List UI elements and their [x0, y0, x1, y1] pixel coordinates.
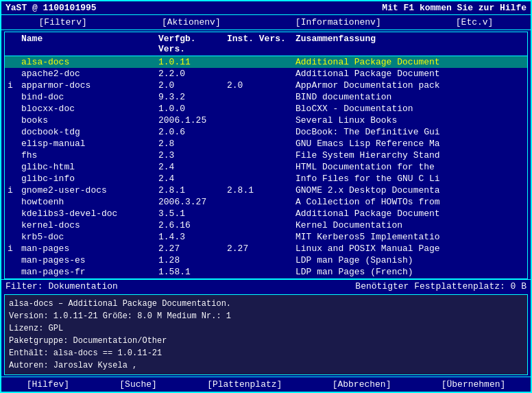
row-avail: 2.27 — [156, 243, 224, 254]
row-summary: MIT Kerberos5 Implementatio — [293, 231, 527, 243]
row-inst — [224, 266, 293, 278]
row-name: man-pages — [19, 243, 156, 254]
etc-menu[interactable]: [Etc.v] — [450, 16, 499, 28]
row-summary: DocBook: The Definitive Gui — [293, 126, 527, 138]
table-row[interactable]: apache2-doc2.2.0Additional Package Docum… — [5, 68, 527, 80]
table-row[interactable]: iapparmor-docs2.02.0AppArmor Documentati… — [5, 80, 527, 91]
row-inst — [224, 150, 293, 161]
table-row[interactable]: man-pages-it0.3.0LDP man Pages (Italian) — [5, 278, 527, 278]
row-inst — [224, 278, 293, 278]
row-name: apache2-doc — [19, 68, 156, 80]
table-row[interactable]: blocxx-doc1.0.0BloCXX - Documentation — [5, 103, 527, 115]
package-table: Name Verfgb. Vers. Inst. Vers. Zusammenf… — [4, 32, 528, 279]
row-flag — [5, 173, 19, 184]
row-avail: 0.3.0 — [156, 278, 224, 278]
row-flag — [5, 161, 19, 173]
row-avail: 1.58.1 — [156, 266, 224, 278]
table-row[interactable]: man-pages-fr1.58.1LDP man Pages (French) — [5, 266, 527, 278]
row-avail: 2.6.16 — [156, 219, 224, 231]
table-row[interactable]: ignome2-user-docs2.8.12.8.1GNOME 2.x Des… — [5, 184, 527, 196]
row-flag — [5, 68, 19, 80]
row-avail: 2.8 — [156, 138, 224, 150]
row-summary: BIND documentation — [293, 91, 527, 103]
row-avail: 1.4.3 — [156, 231, 224, 243]
row-inst — [224, 196, 293, 208]
action-menu[interactable]: [Aktionenv] — [156, 16, 226, 28]
cancel-btn[interactable]: [Abbrechen] — [327, 379, 397, 390]
row-name: apparmor-docs — [19, 80, 156, 91]
row-flag — [5, 208, 19, 219]
table-row[interactable]: alsa-docs1.0.11Additional Package Docume… — [5, 56, 527, 68]
table-row[interactable]: man-pages-es1.28LDP man Page (Spanish) — [5, 254, 527, 266]
row-avail: 1.0.11 — [156, 56, 224, 68]
row-flag — [5, 231, 19, 243]
help-btn[interactable]: [Hilfev] — [21, 379, 75, 390]
table-row[interactable]: kernel-docs2.6.16Kernel Documentation — [5, 219, 527, 231]
row-name: elisp-manual — [19, 138, 156, 150]
filter-menu[interactable]: [Filterv] — [34, 16, 93, 28]
row-summary: Kernel Documentation — [293, 219, 527, 231]
row-summary: LDP man Pages (Italian) — [293, 278, 527, 278]
row-summary: File System Hierarchy Stand — [293, 150, 527, 161]
table-row[interactable]: bind-doc9.3.2BIND documentation — [5, 91, 527, 103]
table-row[interactable]: iman-pages2.272.27Linux and POSIX Manual… — [5, 243, 527, 254]
row-summary: Additional Package Document — [293, 208, 527, 219]
table-row[interactable]: glibc-info2.4Info Files for the GNU C Li — [5, 173, 527, 184]
filter-status: Filter: Dokumentation — [5, 281, 118, 291]
row-summary: AppArmor Documentation pack — [293, 80, 527, 91]
row-inst — [224, 173, 293, 184]
row-name: gnome2-user-docs — [19, 184, 156, 196]
row-avail: 2.0 — [156, 80, 224, 91]
information-menu[interactable]: [Informationenv] — [290, 16, 387, 28]
row-inst — [224, 126, 293, 138]
row-summary: Info Files for the GNU C Li — [293, 173, 527, 184]
table-row[interactable]: books2006.1.25Several Linux Books — [5, 115, 527, 126]
row-summary: LDP man Page (Spanish) — [293, 254, 527, 266]
row-summary: Additional Package Document — [293, 68, 527, 80]
row-flag — [5, 266, 19, 278]
row-flag — [5, 126, 19, 138]
table-row[interactable]: docbook-tdg2.0.6DocBook: The Definitive … — [5, 126, 527, 138]
row-inst — [224, 219, 293, 231]
flag-header — [5, 32, 19, 56]
table-row[interactable]: elisp-manual2.8GNU Emacs Lisp Reference … — [5, 138, 527, 150]
row-name: kernel-docs — [19, 219, 156, 231]
status-bar: Filter: Dokumentation Benötigter Festpla… — [1, 279, 531, 293]
row-avail: 2.2.0 — [156, 68, 224, 80]
row-name: kdelibs3-devel-doc — [19, 208, 156, 219]
table-row[interactable]: glibc-html2.4HTML Documentation for the — [5, 161, 527, 173]
summary-header: Zusammenfassung — [293, 32, 527, 56]
row-summary: Additional Package Document — [293, 56, 527, 68]
info-line: Paketgruppe: Documentation/Other — [9, 335, 523, 347]
row-summary: BloCXX - Documentation — [293, 103, 527, 115]
row-summary: GNOME 2.x Desktop Documenta — [293, 184, 527, 196]
row-avail: 9.3.2 — [156, 91, 224, 103]
row-flag — [5, 56, 19, 68]
table-row[interactable]: fhs2.3File System Hierarchy Stand — [5, 150, 527, 161]
table-header-row: Name Verfgb. Vers. Inst. Vers. Zusammenf… — [5, 32, 527, 56]
row-name: blocxx-doc — [19, 103, 156, 115]
row-flag — [5, 103, 19, 115]
name-header: Name — [19, 32, 156, 56]
row-summary: HTML Documentation for the — [293, 161, 527, 173]
row-inst — [224, 161, 293, 173]
row-flag — [5, 91, 19, 103]
info-line: Autoren: Jaroslav Kysela , — [9, 359, 523, 372]
table-row[interactable]: krb5-doc1.4.3MIT Kerberos5 Implementatio — [5, 231, 527, 243]
accept-btn[interactable]: [Übernehmen] — [436, 379, 511, 390]
diskspace-btn[interactable]: [Plattenplatz] — [202, 379, 287, 390]
row-flag — [5, 254, 19, 266]
row-inst — [224, 208, 293, 219]
row-name: man-pages-es — [19, 254, 156, 266]
main-window: YaST @ 1100101995 Mit F1 kommen Sie zur … — [0, 0, 532, 393]
row-avail: 3.5.1 — [156, 208, 224, 219]
avail-header: Verfgb. Vers. — [156, 32, 224, 56]
search-btn[interactable]: [Suche] — [114, 379, 162, 390]
diskspace-status: Benötigter Festplattenplatz: 0 B — [355, 281, 527, 291]
menu-bar: [Filterv][Aktionenv][Informationenv][Etc… — [1, 14, 531, 30]
row-avail: 2006.1.25 — [156, 115, 224, 126]
table-row[interactable]: howtoenh2006.3.27A Collection of HOWTOs … — [5, 196, 527, 208]
table-row[interactable]: kdelibs3-devel-doc3.5.1Additional Packag… — [5, 208, 527, 219]
row-flag — [5, 278, 19, 278]
row-avail: 2.8.1 — [156, 184, 224, 196]
